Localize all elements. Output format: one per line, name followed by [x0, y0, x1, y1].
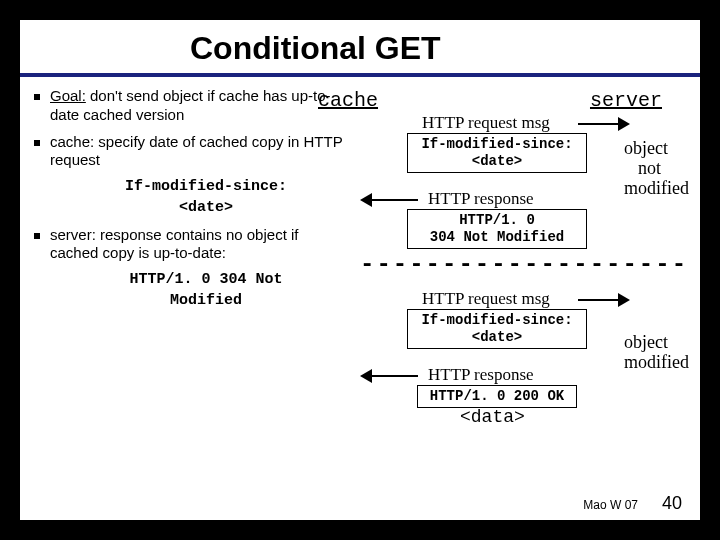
- bullet-2: cache: specify date of cached copy in HT…: [30, 133, 350, 171]
- resp1-box: HTTP/1. 0 304 Not Modified: [407, 209, 587, 249]
- annot-modified: object modified: [624, 333, 689, 373]
- bullet-3: server: response contains no object if c…: [30, 226, 350, 264]
- divider-dashes: --------------------: [360, 251, 688, 278]
- title-rule: [20, 73, 700, 77]
- footer-page-number: 40: [662, 493, 682, 514]
- req1-box-l1: If-modified-since:: [412, 136, 582, 153]
- annot1-l1: object: [624, 139, 689, 159]
- slide-title: Conditional GET: [20, 20, 700, 73]
- slide: Conditional GET cache server Goal: don't…: [20, 20, 700, 520]
- resp2-label: HTTP response: [428, 365, 534, 385]
- req1-box-l2: <date>: [412, 153, 582, 170]
- annot1-l2: not: [624, 159, 689, 179]
- bullet-1-text: don't send object if cache has up-to-dat…: [50, 87, 331, 123]
- bullet-1-goal: Goal:: [50, 87, 86, 104]
- bullet-2-code-l2: <date>: [62, 199, 350, 218]
- req1-box: If-modified-since: <date>: [407, 133, 587, 173]
- annot2-l2: modified: [624, 353, 689, 373]
- bullet-list: Goal: don't send object if cache has up-…: [30, 87, 350, 319]
- resp2-box-l1: HTTP/1. 0 200 OK: [422, 388, 572, 405]
- annot-not-modified: object not modified: [624, 139, 689, 198]
- req2-box-l2: <date>: [412, 329, 582, 346]
- footer-credit: Mao W 07: [583, 498, 638, 512]
- bullet-1: Goal: don't send object if cache has up-…: [30, 87, 350, 125]
- resp2-data: <data>: [460, 407, 525, 427]
- bullet-3-code-l2: Modified: [62, 292, 350, 311]
- bullet-2-text: cache: specify date of cached copy in HT…: [50, 133, 350, 171]
- content-area: cache server Goal: don't send object if …: [20, 81, 700, 501]
- annot2-l1: object: [624, 333, 689, 353]
- resp1-box-l2: 304 Not Modified: [412, 229, 582, 246]
- resp1-label: HTTP response: [428, 189, 534, 209]
- bullet-icon: [34, 94, 40, 100]
- resp1-box-l1: HTTP/1. 0: [412, 212, 582, 229]
- resp2-box: HTTP/1. 0 200 OK: [417, 385, 577, 408]
- req2-label: HTTP request msg: [422, 289, 550, 309]
- req1-label: HTTP request msg: [422, 113, 550, 133]
- bullet-icon: [34, 140, 40, 146]
- annot1-l3: modified: [624, 179, 689, 199]
- bullet-icon: [34, 233, 40, 239]
- req2-box-l1: If-modified-since:: [412, 312, 582, 329]
- bullet-3-code-l1: HTTP/1. 0 304 Not: [62, 271, 350, 290]
- req2-box: If-modified-since: <date>: [407, 309, 587, 349]
- server-heading: server: [590, 89, 662, 112]
- bullet-3-text: server: response contains no object if c…: [50, 226, 350, 264]
- bullet-2-code-l1: If-modified-since:: [62, 178, 350, 197]
